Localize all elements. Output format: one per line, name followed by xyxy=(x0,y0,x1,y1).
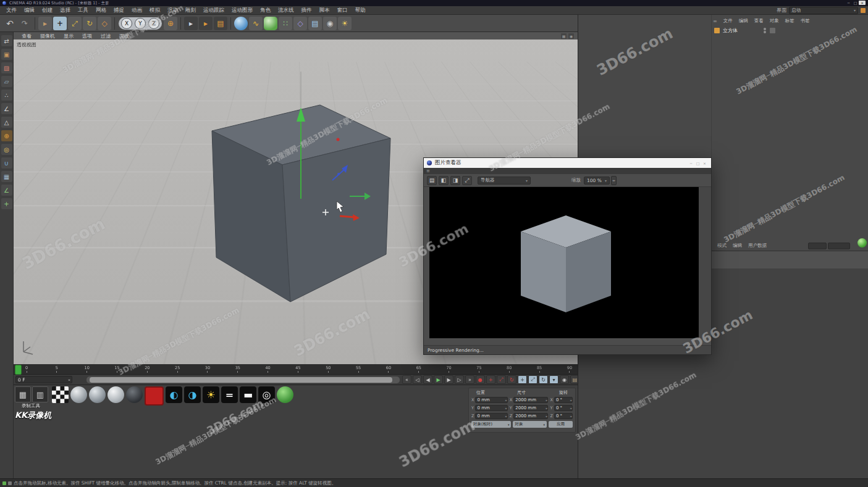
zoom-stepper[interactable]: ◂▸ xyxy=(611,176,617,185)
window-control-button[interactable]: □ xyxy=(852,1,859,5)
deformer-button[interactable]: ◇ xyxy=(293,17,307,30)
menu-item[interactable]: 角色 xyxy=(256,7,274,14)
coordinate-space-dropdown[interactable]: 对象 xyxy=(513,421,547,428)
menu-item[interactable]: 文件 xyxy=(2,7,20,14)
polygons-mode-button[interactable]: △ xyxy=(1,117,12,128)
menu-item[interactable]: 创建 xyxy=(38,7,56,14)
record-scale-button[interactable]: ⤢ xyxy=(497,375,506,384)
rotation-field[interactable]: 0 ° xyxy=(554,397,573,403)
camera-button[interactable]: ◉ xyxy=(323,17,337,30)
make-editable-button[interactable]: ⇄ xyxy=(1,35,12,46)
goto-start-button[interactable]: « xyxy=(402,375,411,384)
menu-item[interactable]: 工具 xyxy=(74,7,92,14)
kk-capture-tool[interactable]: ▦ xyxy=(15,386,31,402)
timeline-playhead[interactable] xyxy=(15,365,22,375)
viewport-menu-item[interactable]: 选项 xyxy=(78,33,96,40)
record-position-button[interactable]: + xyxy=(486,375,495,384)
spline-pen-button[interactable]: ∿ xyxy=(249,17,263,30)
viewport-menu-item[interactable]: 查看 xyxy=(17,33,36,40)
object-row[interactable]: 立方体 xyxy=(714,27,775,34)
next-key-button[interactable]: ▷ xyxy=(455,375,464,384)
viewport-grid-icon[interactable]: ▦ xyxy=(561,33,567,39)
timeline-scrollbar[interactable] xyxy=(86,377,400,383)
previous-frame-button[interactable]: ◀ xyxy=(423,375,432,384)
viewport-solo-button[interactable]: ◎ xyxy=(1,144,12,155)
keyframe-rotation-toggle[interactable]: ↻ xyxy=(539,375,548,384)
stripes-material[interactable]: = xyxy=(221,386,238,403)
object-manager-menu-item[interactable]: 书签 xyxy=(798,18,813,24)
picture-viewer-control-button[interactable]: □ xyxy=(694,161,701,165)
apply-button[interactable]: 应用 xyxy=(549,421,573,428)
object-name[interactable]: 立方体 xyxy=(723,27,738,34)
rotate-tool[interactable]: ↻ xyxy=(83,17,96,30)
render-canvas[interactable] xyxy=(429,187,699,338)
menu-item[interactable]: 雕刻 xyxy=(182,7,200,14)
redo-button[interactable]: ↷ xyxy=(18,17,32,30)
save-image-button[interactable]: ▤ xyxy=(427,176,437,185)
menu-item[interactable]: 选择 xyxy=(56,7,74,14)
move-tool[interactable]: + xyxy=(53,17,67,30)
menu-item[interactable]: 模拟 xyxy=(146,7,164,14)
coordinate-mode-dropdown[interactable]: 对象(相对) xyxy=(471,421,511,428)
rotation-field[interactable]: 0 ° xyxy=(554,413,573,419)
red-material[interactable] xyxy=(145,386,164,406)
menu-item[interactable]: 帮助 xyxy=(352,7,369,14)
visibility-toggles[interactable] xyxy=(764,28,766,33)
sun-material[interactable]: ☀ xyxy=(203,386,219,403)
viewport-menu-item[interactable]: 显示 xyxy=(59,33,78,40)
keyframe-position-toggle[interactable]: + xyxy=(518,375,527,384)
contrast-material-2[interactable]: ◑ xyxy=(184,386,201,403)
object-manager-menu-item[interactable]: 对象 xyxy=(767,18,782,24)
texture-mode-button[interactable]: ▨ xyxy=(1,62,12,73)
picture-viewer-menu-icon[interactable]: ≡ xyxy=(426,169,430,173)
attribute-manager-menu-item[interactable]: 用户数据 xyxy=(745,243,770,249)
bar-material[interactable]: ▬ xyxy=(240,386,256,403)
model-mode-button[interactable]: ▣ xyxy=(1,49,12,60)
picture-viewer-control-button[interactable]: ─ xyxy=(688,161,694,165)
position-field[interactable]: 0 mm xyxy=(475,405,507,411)
compare-ab-button[interactable]: ◧ xyxy=(439,176,449,185)
goto-end-button[interactable]: » xyxy=(465,375,474,384)
workplane-snap-button[interactable]: ▦ xyxy=(1,171,12,182)
scale-tool[interactable]: ⤢ xyxy=(68,17,82,30)
quantize-button[interactable]: ∠ xyxy=(1,185,12,196)
picture-viewer-control-button[interactable]: × xyxy=(701,161,708,165)
menu-item[interactable]: 运动图形 xyxy=(228,7,256,14)
contrast-material-1[interactable]: ◐ xyxy=(166,386,182,403)
fullscreen-button[interactable]: ⤢ xyxy=(462,176,472,185)
timeline-ruler[interactable]: 051015202530354045505560657075808590 xyxy=(14,364,578,375)
menu-item[interactable]: 渲染 xyxy=(164,7,182,14)
render-picture-viewer-button[interactable]: ▸ xyxy=(199,17,213,30)
gray-sphere-material-3[interactable] xyxy=(107,386,124,403)
menu-item[interactable]: 脚本 xyxy=(316,7,334,14)
menu-item[interactable]: 网格 xyxy=(92,7,110,14)
object-manager-menu-item[interactable]: 文件 xyxy=(720,18,736,24)
undo-button[interactable]: ↶ xyxy=(3,17,17,30)
ring-material[interactable]: ◎ xyxy=(258,386,275,403)
points-mode-button[interactable]: ∴ xyxy=(1,89,12,101)
attribute-filter-box[interactable] xyxy=(808,243,827,249)
primitive-cube-button[interactable] xyxy=(234,17,248,30)
render-settings-button[interactable]: ▤ xyxy=(214,17,227,30)
menu-item[interactable]: 窗口 xyxy=(334,7,352,14)
attribute-manager-menu-item[interactable]: 模式 xyxy=(714,243,730,249)
subdivision-surface-button[interactable] xyxy=(264,17,277,30)
enable-axis-button[interactable]: ⊕ xyxy=(1,130,12,141)
autokey-button[interactable]: ◉ xyxy=(560,375,569,384)
object-manager-menu-item[interactable]: 编辑 xyxy=(736,18,751,24)
view-mode-dropdown[interactable]: 导航器 xyxy=(478,177,531,185)
keyframe-parameter-toggle[interactable]: ▾ xyxy=(549,375,558,384)
layout-dropdown[interactable]: 启动 xyxy=(789,7,858,14)
menu-item[interactable]: 流水线 xyxy=(274,7,298,14)
palette-icon[interactable] xyxy=(861,8,866,13)
timeline-scroll-thumb[interactable] xyxy=(90,377,392,383)
menu-item[interactable]: 插件 xyxy=(298,7,316,14)
viewport-menu-item[interactable]: 过滤 xyxy=(96,33,115,40)
green-material[interactable] xyxy=(277,386,293,403)
array-button[interactable]: ∷ xyxy=(279,17,292,30)
record-keyframe-button[interactable]: ● xyxy=(476,375,485,384)
play-button[interactable]: ▶ xyxy=(434,375,443,384)
record-rotation-button[interactable]: ↻ xyxy=(507,375,516,384)
live-selection-tool[interactable]: ▸ xyxy=(38,17,52,30)
gray-sphere-material-1[interactable] xyxy=(70,386,87,403)
